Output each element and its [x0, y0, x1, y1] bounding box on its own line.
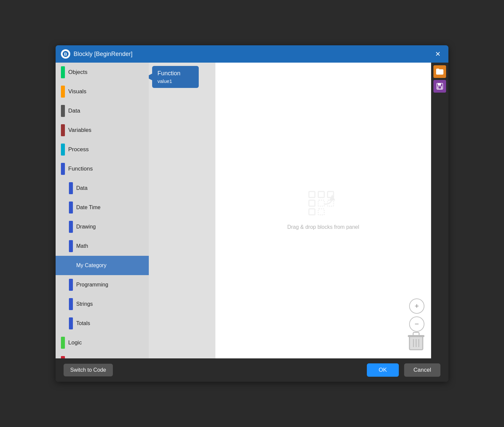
svg-rect-17	[438, 83, 441, 86]
workspace-hint: Drag & drop blocks from panel	[287, 191, 359, 230]
main-content: ObjectsVisualsDataVariablesProcessFuncti…	[56, 63, 448, 358]
cancel-button[interactable]: Cancel	[404, 363, 440, 377]
sidebar-item-label: Visuals	[68, 88, 87, 95]
workspace-hint-text: Drag & drop blocks from panel	[287, 224, 359, 230]
titlebar-left: B Blockly [BeginRender]	[61, 49, 132, 59]
zoom-in-button[interactable]: +	[409, 298, 424, 314]
sidebar-item-my-category[interactable]: My Category	[56, 256, 149, 275]
workspace[interactable]: Drag & drop blocks from panel + −	[215, 63, 431, 358]
ok-button[interactable]: OK	[367, 363, 399, 377]
close-button[interactable]: ✕	[432, 49, 443, 59]
sidebar-item-label: My Category	[76, 262, 107, 268]
sidebar-item-visuals[interactable]: Visuals	[56, 82, 149, 101]
folder-button[interactable]	[433, 65, 446, 78]
footer-right: OK Cancel	[367, 363, 440, 377]
svg-rect-5	[318, 192, 324, 198]
sidebar-color-indicator	[61, 163, 65, 175]
footer: Switch to Code OK Cancel	[56, 358, 448, 382]
svg-rect-3	[309, 200, 315, 206]
app-icon: B	[61, 49, 70, 59]
sidebar-color-indicator	[69, 221, 73, 233]
svg-rect-6	[318, 200, 324, 206]
svg-rect-7	[318, 209, 324, 215]
main-window: B Blockly [BeginRender] ✕ ObjectsVisuals…	[56, 45, 448, 382]
trash-button[interactable]	[408, 332, 424, 352]
sidebar-color-indicator	[61, 124, 65, 136]
sidebar-item-label: Logic	[68, 339, 82, 346]
sidebar-item-label: Drawing	[76, 224, 96, 230]
sidebar-color-indicator	[69, 202, 73, 214]
sidebar-item-label: Math	[76, 243, 88, 249]
sidebar-item-data[interactable]: Data	[56, 179, 149, 198]
svg-rect-4	[309, 209, 315, 215]
sidebar-item-totals[interactable]: Totals	[56, 314, 149, 333]
sidebar-item-label: Data	[76, 185, 88, 191]
sidebar-item-label: Programming	[76, 282, 108, 288]
function-block[interactable]: Function value1	[152, 66, 199, 88]
function-block-sub: value1	[157, 78, 193, 84]
sidebar-color-indicator	[61, 66, 65, 78]
function-block-title: Function	[157, 70, 193, 77]
svg-text:B: B	[64, 52, 67, 57]
sidebar-item-strings[interactable]: Strings	[56, 294, 149, 314]
workspace-controls: + −	[409, 298, 424, 332]
sidebar-color-indicator	[61, 337, 65, 349]
sidebar: ObjectsVisualsDataVariablesProcessFuncti…	[56, 63, 149, 358]
right-toolbar	[431, 63, 448, 358]
sidebar-color-indicator	[69, 259, 73, 271]
sidebar-item-label: Strings	[76, 301, 93, 307]
sidebar-color-indicator	[61, 86, 65, 98]
sidebar-color-indicator	[69, 298, 73, 310]
sidebar-color-indicator	[69, 317, 73, 329]
sidebar-color-indicator	[61, 144, 65, 156]
sidebar-item-loops[interactable]: Loops	[56, 352, 149, 358]
sidebar-item-logic[interactable]: Logic	[56, 333, 149, 352]
sidebar-item-label: Functions	[68, 166, 93, 172]
sidebar-color-indicator	[69, 240, 73, 252]
middle-panel: Function value1	[149, 63, 215, 358]
sidebar-item-process[interactable]: Process	[56, 140, 149, 159]
svg-rect-19	[438, 87, 441, 89]
sidebar-item-label: Variables	[68, 127, 92, 134]
sidebar-item-label: Totals	[76, 320, 90, 326]
titlebar: B Blockly [BeginRender] ✕	[56, 45, 448, 63]
sidebar-item-label: Process	[68, 146, 89, 153]
window-title: Blockly [BeginRender]	[74, 51, 132, 58]
sidebar-item-variables[interactable]: Variables	[56, 121, 149, 140]
sidebar-color-indicator	[61, 356, 65, 358]
grid-icon	[308, 191, 338, 219]
sidebar-item-data[interactable]: Data	[56, 101, 149, 121]
sidebar-item-functions[interactable]: Functions	[56, 159, 149, 179]
sidebar-item-programming[interactable]: Programming	[56, 275, 149, 294]
sidebar-color-indicator	[69, 279, 73, 291]
sidebar-item-date-time[interactable]: Date Time	[56, 198, 149, 217]
sidebar-item-label: Date Time	[76, 205, 101, 211]
sidebar-item-math[interactable]: Math	[56, 236, 149, 256]
sidebar-item-drawing[interactable]: Drawing	[56, 217, 149, 236]
sidebar-item-label: Objects	[68, 69, 88, 76]
sidebar-item-label: Data	[68, 108, 80, 114]
save-button[interactable]	[433, 80, 446, 93]
zoom-out-button[interactable]: −	[409, 316, 424, 332]
switch-to-code-button[interactable]: Switch to Code	[64, 364, 113, 376]
sidebar-item-objects[interactable]: Objects	[56, 63, 149, 82]
svg-rect-8	[328, 192, 334, 198]
svg-rect-2	[309, 192, 315, 198]
sidebar-color-indicator	[69, 182, 73, 194]
sidebar-color-indicator	[61, 105, 65, 117]
